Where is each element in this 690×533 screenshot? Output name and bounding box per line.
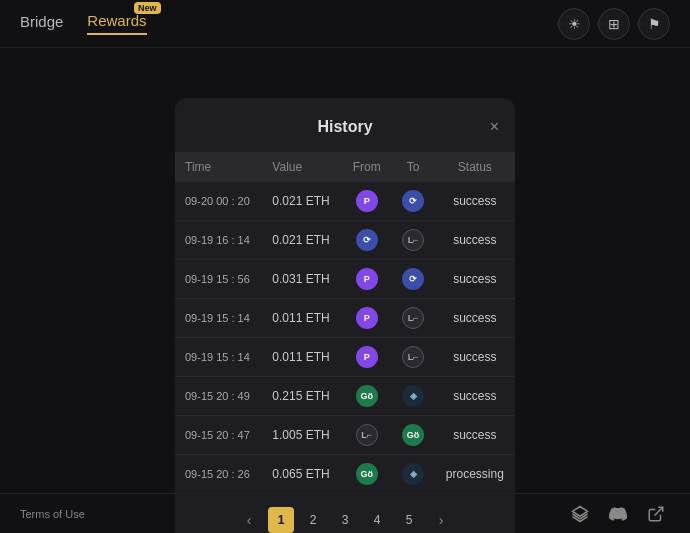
- table-row: 09-15 20 : 49 0.215 ETH Gö ◈ success: [175, 377, 515, 416]
- chain-icon-steam: ◈: [402, 463, 424, 485]
- tab-bridge[interactable]: Bridge: [20, 13, 63, 34]
- col-value: Value: [262, 152, 342, 182]
- chain-icon-eth: ⟳: [402, 190, 424, 212]
- header-icons: ☀ ⊞ ⚑: [558, 8, 670, 40]
- cell-to: ◈: [391, 455, 434, 494]
- cell-status: success: [435, 416, 515, 455]
- wallet-button[interactable]: ⊞: [598, 8, 630, 40]
- table-row: 09-15 20 : 47 1.005 ETH L⌐ Gö success: [175, 416, 515, 455]
- chain-icon-poly: P: [356, 346, 378, 368]
- cell-time: 09-19 16 : 14: [175, 221, 262, 260]
- cell-from: P: [342, 182, 391, 221]
- nav-tabs: Bridge Rewards New: [20, 12, 147, 35]
- settings-button[interactable]: ⚑: [638, 8, 670, 40]
- cell-value: 1.005 ETH: [262, 416, 342, 455]
- cell-from: P: [342, 338, 391, 377]
- cell-value: 0.011 ETH: [262, 299, 342, 338]
- footer: Terms of Use: [0, 493, 690, 533]
- col-to: To: [391, 152, 434, 182]
- cell-to: L⌐: [391, 299, 434, 338]
- cell-status: success: [435, 221, 515, 260]
- cell-from: L⌐: [342, 416, 391, 455]
- table-row: 09-19 15 : 14 0.011 ETH P L⌐ success: [175, 299, 515, 338]
- cell-time: 09-15 20 : 26: [175, 455, 262, 494]
- cell-from: Gö: [342, 377, 391, 416]
- chain-icon-linea: L⌐: [402, 229, 424, 251]
- cell-status: success: [435, 377, 515, 416]
- chain-icon-poly: P: [356, 307, 378, 329]
- cell-to: L⌐: [391, 221, 434, 260]
- table-row: 09-19 16 : 14 0.021 ETH ⟳ L⌐ success: [175, 221, 515, 260]
- terms-link[interactable]: Terms of Use: [20, 508, 85, 520]
- cell-status: success: [435, 299, 515, 338]
- modal-title: History: [317, 118, 372, 136]
- table-row: 09-20 00 : 20 0.021 ETH P ⟳ success: [175, 182, 515, 221]
- history-table: Time Value From To Status 09-20 00 : 20 …: [175, 152, 515, 493]
- col-time: Time: [175, 152, 262, 182]
- footer-links: Terms of Use: [20, 508, 85, 520]
- cell-value: 0.215 ETH: [262, 377, 342, 416]
- tab-rewards[interactable]: Rewards New: [87, 12, 146, 35]
- main-content: History × Time Value From To Status 09-2…: [0, 48, 690, 533]
- cell-from: ⟳: [342, 221, 391, 260]
- chain-icon-linea: L⌐: [356, 424, 378, 446]
- cell-status: success: [435, 260, 515, 299]
- cell-time: 09-19 15 : 14: [175, 338, 262, 377]
- history-modal: History × Time Value From To Status 09-2…: [175, 98, 515, 533]
- cell-from: Gö: [342, 455, 391, 494]
- svg-line-1: [655, 507, 663, 515]
- chain-icon-linea: L⌐: [402, 307, 424, 329]
- cell-value: 0.021 ETH: [262, 182, 342, 221]
- new-badge: New: [134, 2, 161, 14]
- modal-header: History ×: [175, 118, 515, 136]
- cell-time: 09-20 00 : 20: [175, 182, 262, 221]
- chain-icon-poly: P: [356, 268, 378, 290]
- table-header-row: Time Value From To Status: [175, 152, 515, 182]
- external-link-icon[interactable]: [642, 500, 670, 528]
- cell-time: 09-15 20 : 49: [175, 377, 262, 416]
- cell-value: 0.011 ETH: [262, 338, 342, 377]
- cell-from: P: [342, 260, 391, 299]
- cell-time: 09-19 15 : 14: [175, 299, 262, 338]
- chain-icon-go: Gö: [402, 424, 424, 446]
- cell-status: success: [435, 338, 515, 377]
- footer-icons: [566, 500, 670, 528]
- col-from: From: [342, 152, 391, 182]
- cell-value: 0.065 ETH: [262, 455, 342, 494]
- table-row: 09-19 15 : 14 0.011 ETH P L⌐ success: [175, 338, 515, 377]
- cell-to: ⟳: [391, 182, 434, 221]
- chain-icon-eth: ⟳: [356, 229, 378, 251]
- cell-time: 09-19 15 : 56: [175, 260, 262, 299]
- chain-icon-steam: ◈: [402, 385, 424, 407]
- cell-to: L⌐: [391, 338, 434, 377]
- modal-close-button[interactable]: ×: [490, 118, 499, 136]
- chain-icon-go: Gö: [356, 463, 378, 485]
- table-row: 09-15 20 : 26 0.065 ETH Gö ◈ processing: [175, 455, 515, 494]
- cell-to: ◈: [391, 377, 434, 416]
- theme-toggle-button[interactable]: ☀: [558, 8, 590, 40]
- chain-icon-poly: P: [356, 190, 378, 212]
- cell-status: processing: [435, 455, 515, 494]
- cell-value: 0.031 ETH: [262, 260, 342, 299]
- col-status: Status: [435, 152, 515, 182]
- table-row: 09-19 15 : 56 0.031 ETH P ⟳ success: [175, 260, 515, 299]
- chain-icon-eth: ⟳: [402, 268, 424, 290]
- cell-from: P: [342, 299, 391, 338]
- cell-status: success: [435, 182, 515, 221]
- cell-value: 0.021 ETH: [262, 221, 342, 260]
- cell-to: Gö: [391, 416, 434, 455]
- chain-icon-linea: L⌐: [402, 346, 424, 368]
- chain-icon-go: Gö: [356, 385, 378, 407]
- cell-time: 09-15 20 : 47: [175, 416, 262, 455]
- header: Bridge Rewards New ☀ ⊞ ⚑: [0, 0, 690, 48]
- layers-icon[interactable]: [566, 500, 594, 528]
- discord-icon[interactable]: [604, 500, 632, 528]
- cell-to: ⟳: [391, 260, 434, 299]
